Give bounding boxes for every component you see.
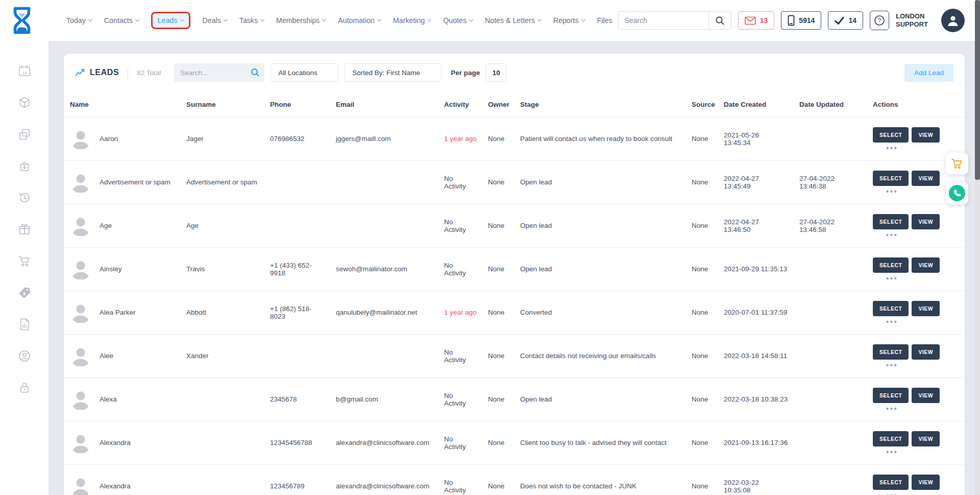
phone-icon [949, 185, 965, 201]
view-button[interactable]: VIEW [912, 171, 940, 186]
select-button[interactable]: SELECT [873, 171, 909, 186]
nav-item-marketing[interactable]: Marketing [393, 16, 431, 25]
account-icon[interactable] [18, 349, 31, 363]
table-row: Alea Parker Abbott +1 (862) 518-8023 qan… [64, 291, 965, 334]
scrollbar-thumb[interactable] [975, 0, 980, 180]
messages-badge[interactable]: 13 [738, 11, 775, 30]
nav-item-quotes[interactable]: Quotes [443, 16, 473, 25]
select-button[interactable]: SELECT [873, 431, 909, 446]
user-name: LONDON SUPPORT [896, 12, 935, 29]
cube-icon[interactable] [18, 96, 31, 109]
nav-item-files[interactable]: Files [597, 16, 612, 25]
nav-item-leads[interactable]: Leads [151, 12, 190, 29]
row-more-button[interactable]: ••• [886, 363, 898, 367]
leads-search-input[interactable] [180, 69, 249, 77]
view-button[interactable]: VIEW [912, 257, 940, 273]
avatar [70, 302, 91, 323]
lead-stage: Open lead [514, 204, 685, 247]
nav-item-contacts[interactable]: Contacts [104, 16, 139, 25]
cart-icon[interactable] [18, 254, 31, 268]
nav-item-automation[interactable]: Automation [338, 16, 381, 25]
history-icon[interactable] [18, 191, 31, 204]
select-button[interactable]: SELECT [873, 475, 909, 490]
cart-fab-button[interactable] [946, 152, 968, 175]
gift-icon[interactable] [18, 223, 31, 236]
chevron-down-icon [180, 17, 184, 21]
lead-updated [793, 291, 867, 334]
copy-icon[interactable] [18, 128, 31, 141]
nav-item-notes-letters[interactable]: Notes & Letters [485, 16, 541, 25]
lead-surname [180, 421, 264, 464]
global-search-button[interactable] [708, 12, 731, 29]
view-button[interactable]: VIEW [912, 475, 940, 490]
locations-filter[interactable]: All Locations [271, 63, 338, 82]
lead-stage: Does not wish to be contacted - JUNK [514, 464, 685, 495]
column-header: Stage [514, 92, 685, 117]
calls-badge[interactable]: 5914 [781, 11, 821, 30]
lead-stage: Contact details not receiving our emails… [514, 334, 685, 378]
lead-name: Alexandra [100, 439, 131, 446]
help-button[interactable]: ? [870, 11, 889, 30]
search-icon[interactable] [251, 68, 260, 79]
bag-download-icon[interactable] [18, 159, 31, 173]
calendar-icon[interactable]: 12 [18, 64, 31, 78]
nav-item-deals[interactable]: Deals [203, 16, 227, 25]
lead-name: Advertisement or spam [100, 178, 170, 186]
view-button[interactable]: VIEW [912, 301, 940, 316]
sort-filter-value: Sorted By: First Name [352, 69, 420, 77]
chevron-down-icon [135, 17, 139, 21]
lead-updated [793, 421, 867, 464]
nav-item-label: Leads [158, 16, 178, 25]
nav-item-memberships[interactable]: Memberships [276, 16, 326, 25]
lead-phone: 123456789 [264, 464, 330, 495]
cart-icon [950, 157, 964, 170]
view-button[interactable]: VIEW [912, 127, 940, 143]
view-button[interactable]: VIEW [912, 388, 940, 403]
row-more-button[interactable]: ••• [886, 276, 898, 280]
view-button[interactable]: VIEW [912, 214, 940, 229]
lead-name: Alexandra [100, 482, 131, 490]
divider [128, 67, 128, 78]
price-tag-icon[interactable]: $ [18, 286, 31, 299]
report-icon[interactable] [18, 318, 31, 331]
select-button[interactable]: SELECT [873, 257, 909, 273]
row-more-button[interactable]: ••• [886, 320, 898, 324]
per-page-input[interactable] [486, 63, 506, 82]
row-more-button[interactable]: ••• [886, 407, 898, 411]
row-more-button[interactable]: ••• [886, 146, 898, 150]
vertical-scrollbar[interactable] [975, 0, 980, 495]
app-logo-icon[interactable] [9, 6, 35, 35]
lead-created: 2022-03-22 10:35:08 [718, 464, 793, 495]
add-lead-button[interactable]: Add Lead [904, 64, 953, 82]
leads-card: LEADS 82 Total All Locations Sorted By: … [64, 54, 965, 495]
nav-item-reports[interactable]: Reports [553, 16, 585, 25]
nav-item-today[interactable]: Today [66, 16, 92, 25]
lead-surname: Advertisement or spam [180, 160, 264, 204]
view-button[interactable]: VIEW [912, 344, 940, 360]
lead-owner: None [482, 160, 514, 204]
lead-updated [793, 378, 867, 421]
row-more-button[interactable]: ••• [886, 190, 898, 194]
top-header: Today Contacts Leads Deals Tasks Members… [0, 0, 980, 41]
row-more-button[interactable]: ••• [886, 233, 898, 237]
avatar [70, 432, 91, 454]
sort-filter[interactable]: Sorted By: First Name [345, 63, 442, 82]
lead-email: sewoh@mailinator.com [330, 247, 438, 291]
nav-item-tasks[interactable]: Tasks [239, 16, 264, 25]
lead-name: Age [100, 222, 112, 229]
phone-fab-button[interactable] [946, 182, 968, 204]
select-button[interactable]: SELECT [873, 344, 909, 360]
select-button[interactable]: SELECT [873, 127, 909, 143]
view-button[interactable]: VIEW [912, 431, 940, 446]
select-button[interactable]: SELECT [873, 388, 909, 403]
select-button[interactable]: SELECT [873, 214, 909, 229]
lock-icon[interactable] [18, 381, 31, 394]
user-avatar[interactable] [941, 9, 965, 32]
global-search-input[interactable] [619, 16, 708, 25]
select-button[interactable]: SELECT [873, 301, 909, 316]
leads-toolbar: LEADS 82 Total All Locations Sorted By: … [64, 54, 965, 86]
column-header: Surname [180, 92, 264, 117]
tasks-badge[interactable]: 14 [828, 11, 863, 30]
row-more-button[interactable]: ••• [886, 450, 898, 454]
column-header: Date Created [718, 92, 793, 117]
